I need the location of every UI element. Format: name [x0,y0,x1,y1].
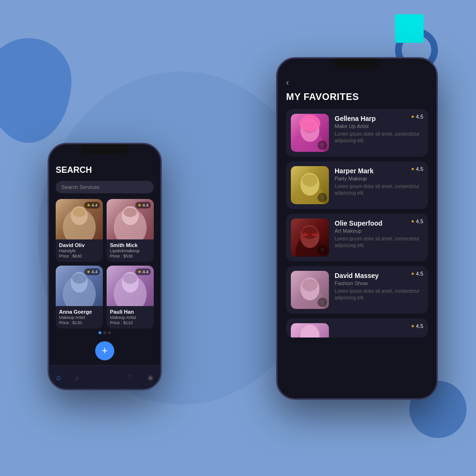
fav-info-massey: David Massey Fashion Show Lorem ipsum do… [335,271,423,309]
fav-thumb-gellena: ♡ [291,114,329,152]
search-bar[interactable]: Search Services [56,181,154,193]
card-category-smith: Lipstickmakeup [110,248,150,253]
search-placeholder: Search Services [61,184,99,190]
card-category-david: Hairstyle [59,248,99,253]
card-anna-goerge[interactable]: ★ 4.4 Anna Goerge Makeup Artist Price : … [56,266,103,328]
fav-heart-massey[interactable]: ♡ [317,298,327,307]
card-price-pauli: Price : $110 [110,320,150,325]
favorites-title: MY FAVORITES [286,91,428,102]
svg-point-2 [73,208,86,217]
star-icon-anna: ★ [87,269,90,274]
card-rating-pauli: ★ 4.4 [135,268,151,275]
nav-home-icon[interactable]: ⌂ [56,373,61,382]
fav-category-harper: Party Makeup [335,176,423,181]
phone-favorites: ‹ MY FAVORITES ♡ [276,57,438,400]
fav-info-last [335,323,423,333]
fav-item-last[interactable]: ★ 4.5 [286,318,428,337]
fav-thumb-harper: ♡ [291,166,329,204]
fav-name-olie: Olie Superfood [335,219,423,227]
card-pauli-han[interactable]: ★ 4.4 Pauli Han Makeup Artist Price : $1… [107,266,154,328]
fav-category-gellena: Make Up Artist [335,123,423,129]
fav-rating-harper: ★ 4.5 [411,166,423,172]
scroll-dot-1 [99,331,101,334]
fav-heart-harper[interactable]: ♡ [317,193,327,202]
svg-point-22 [302,233,308,236]
svg-point-23 [312,233,317,236]
star-icon-smith: ★ [138,203,141,208]
notch-left [81,144,129,155]
fav-item-david-massey[interactable]: ♡ David Massey Fashion Show Lorem ipsum … [286,266,428,314]
star-harper: ★ [411,167,415,171]
card-price-smith: Price : $530 [110,254,150,258]
fav-category-olie: Art Makeup [335,228,423,234]
nav-profile-icon[interactable]: ◉ [148,374,153,381]
card-category-pauli: Makeup Artist [110,315,150,320]
favorites-screen-content: ‹ MY FAVORITES ♡ [278,73,436,384]
fab-button[interactable]: + [95,341,114,360]
card-info-pauli: Pauli Han Makeup Artist Price : $110 [107,306,154,328]
favorites-list: ♡ Gellena Harp Make Up Artist Lorem ipsu… [286,109,428,337]
fav-desc-massey: Lorem ipsum dolor sit amet, consectetur … [335,288,423,301]
fav-item-harper[interactable]: ♡ Harper Mark Party Makeup Lorem ipsum d… [286,161,428,209]
fav-heart-olie[interactable]: ♡ [317,245,327,255]
svg-point-11 [123,273,138,284]
search-screen: SEARCH Search Services ★ [49,144,160,389]
fav-item-gellena[interactable]: ♡ Gellena Harp Make Up Artist Lorem ipsu… [286,109,428,157]
card-name-pauli: Pauli Han [110,309,150,315]
star-gellena: ★ [411,114,415,119]
card-rating-smith: ★ 4.4 [135,202,151,208]
card-info-smith: Smith Mick Lipstickmakeup Price : $530 [107,239,154,262]
card-rating-anna: ★ 4.4 [84,268,100,275]
search-title: SEARCH [56,165,154,175]
card-name-smith: Smith Mick [110,242,150,248]
svg-point-28 [300,325,319,337]
fav-rating-last: ★ 4.5 [411,323,423,329]
fav-info-harper: Harper Mark Party Makeup Lorem ipsum dol… [335,166,423,204]
fav-name-harper: Harper Mark [335,167,423,175]
card-price-david: Price : $630 [59,254,99,258]
notch-right [333,59,381,69]
favorites-screen: ‹ MY FAVORITES ♡ [278,59,436,398]
bottom-nav-left: ⌂ ⌕ ♡ ◉ [49,365,160,389]
cards-grid: ★ 4.4 David Oliv Hairstyle Price : $630 [56,199,154,328]
card-info-anna: Anna Goerge Makeup Artist Price : $130 [56,306,103,328]
svg-point-15 [299,115,320,132]
svg-point-21 [302,227,317,239]
card-category-anna: Makeup Artist [59,315,99,320]
nav-search-icon[interactable]: ⌕ [75,374,79,381]
svg-point-8 [72,273,87,284]
fav-info-olie: Olie Superfood Art Makeup Lorem ipsum do… [335,218,423,257]
fav-desc-harper: Lorem ipsum dolor sit amet, consectetur … [335,183,423,197]
scroll-indicator [56,328,154,337]
fav-rating-massey: ★ 4.5 [411,271,423,277]
star-icon: ★ [87,203,90,208]
bg-shape-cyan [395,14,424,43]
fav-info-gellena: Gellena Harp Make Up Artist Lorem ipsum … [335,114,423,152]
fav-item-olie[interactable]: ♡ Olie Superfood Art Makeup Lorem ipsum … [286,214,428,261]
card-name-anna: Anna Goerge [59,309,99,315]
fav-name-massey: David Massey [335,272,423,279]
svg-point-5 [124,208,137,217]
fav-heart-gellena[interactable]: ♡ [317,140,327,150]
phone-search: SEARCH Search Services ★ [48,143,162,390]
bg-shape-left [0,38,71,143]
scroll-dot-3 [108,331,111,334]
card-rating-david: ★ 4.4 [84,202,100,208]
nav-heart-icon[interactable]: ♡ [127,374,133,381]
card-smith-mick[interactable]: ★ 4.4 Smith Mick Lipstickmakeup Price : … [107,199,154,262]
svg-point-18 [302,174,317,187]
card-info-david: David Oliv Hairstyle Price : $630 [56,239,103,262]
fav-thumb-olie: ♡ [291,218,329,257]
fav-name-gellena: Gellena Harp [335,115,423,122]
star-last: ★ [411,324,415,328]
back-button[interactable]: ‹ [286,78,428,88]
fav-rating-olie: ★ 4.5 [411,218,423,224]
fav-thumb-last [291,323,329,337]
fav-rating-gellena: ★ 4.5 [411,114,423,119]
scroll-dot-2 [103,331,106,334]
fav-thumb-david-massey: ♡ [291,271,329,309]
fav-category-massey: Fashion Show [335,280,423,286]
card-david-oliv[interactable]: ★ 4.4 David Oliv Hairstyle Price : $630 [56,199,103,262]
star-olie: ★ [411,219,415,224]
fab-icon: + [102,345,108,357]
